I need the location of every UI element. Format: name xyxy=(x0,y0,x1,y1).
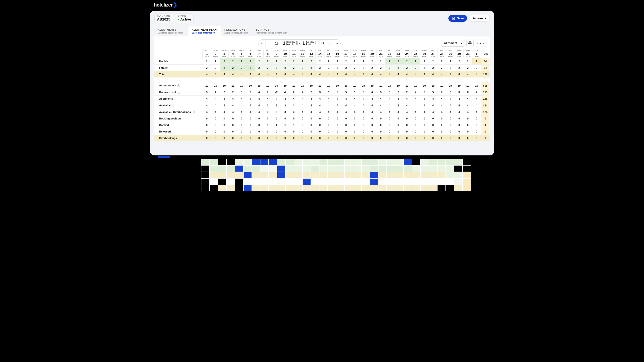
tabs: ALLOTMENTS Contracts allotments matrix A… xyxy=(154,26,490,37)
tab-settings[interactable]: SETTINGS Allotments settings & informati… xyxy=(252,26,292,37)
nav-fit-button[interactable] xyxy=(319,40,326,47)
table-row: Total44444444444444444444444444444444128 xyxy=(154,71,490,77)
nav-home-button[interactable] xyxy=(273,40,280,47)
nav-first-button[interactable]: « xyxy=(258,40,266,47)
info-icon: i xyxy=(192,111,195,113)
table-row: Double2222222222222222222222222222222264 xyxy=(154,58,490,64)
allotment-grid: SAT1MARSUN2MARMON3MARTUE4MARWED5MARTHU6M… xyxy=(154,50,490,141)
tab-reservations[interactable]: RESERVATIONS Allotment reservation list xyxy=(221,26,252,37)
more-menu-button[interactable]: ···▾ xyxy=(475,40,486,47)
status-dot-icon: ● xyxy=(178,18,180,21)
plan-name-block: PLAN NAME AB2025 xyxy=(154,14,173,23)
info-icon: i xyxy=(172,104,174,107)
table-row: Family2222222222222222222222222222222264 xyxy=(154,64,490,71)
date-range[interactable]: 1 SaturdayMarch 2025 - 1 TuesdayApril 20… xyxy=(280,40,319,47)
table-row: Booked000000011110000000000000000000004 xyxy=(154,122,490,128)
underline-bar xyxy=(158,156,170,158)
save-icon xyxy=(452,17,455,20)
plan-name: AB2025 xyxy=(157,17,170,21)
print-icon xyxy=(468,41,472,45)
chevron-down-icon: ▾ xyxy=(482,42,484,45)
home-icon xyxy=(275,42,278,45)
info-icon: i xyxy=(178,91,180,94)
table-row: Rooms to selli34223240-2-202236555543322… xyxy=(154,89,490,96)
actions-button[interactable]: Actions ▾ xyxy=(469,15,490,22)
date-nav: « ‹ 1 SaturdayMarch 2025 - 1 TuesdayApri… xyxy=(258,39,341,47)
plan-status: Active xyxy=(180,17,191,21)
tab-allotments[interactable]: ALLOTMENTS Contracts allotments matrix xyxy=(154,26,188,37)
tab-allotment-plan[interactable]: ALLOTMENT PLAN Basic plan information xyxy=(188,26,221,37)
nav-next-button[interactable]: › xyxy=(326,40,333,47)
plan-status-block: STATUS ●Active xyxy=(175,14,194,23)
chevron-down-icon: ▾ xyxy=(461,42,462,45)
svg-rect-3 xyxy=(469,44,471,45)
info-icon: i xyxy=(177,84,180,87)
save-button[interactable]: Save xyxy=(448,15,467,22)
nav-prev-button[interactable]: ‹ xyxy=(266,40,273,47)
print-button[interactable] xyxy=(466,40,474,47)
nav-last-button[interactable]: » xyxy=(333,40,340,47)
plan-card: PLAN NAME AB2025 STATUS ●Active Save Act… xyxy=(150,11,494,155)
logo: hotelizer ❯ xyxy=(147,0,498,10)
table-row: Availablei444444433334444444444444444444… xyxy=(154,102,490,109)
logo-arrow-icon: ❯ xyxy=(173,2,177,8)
table-row: Available - Overbookingsi444444433334444… xyxy=(154,109,490,115)
fit-width-icon xyxy=(321,42,324,45)
table-row: Booking position000000000000000000000000… xyxy=(154,115,490,122)
view-select[interactable]: Allotment ▾ xyxy=(441,40,465,47)
table-row: Overbookings0000000000000000000000000000… xyxy=(154,135,490,141)
table-row: Allotments444444444444444444444444444444… xyxy=(154,96,490,102)
chevron-down-icon: ▾ xyxy=(485,17,486,20)
decorative-grid xyxy=(201,159,498,191)
table-row: Released00000000000000000000000000000000… xyxy=(154,128,490,135)
table-row: Actual roomsi191919191919191919191919191… xyxy=(154,82,490,89)
